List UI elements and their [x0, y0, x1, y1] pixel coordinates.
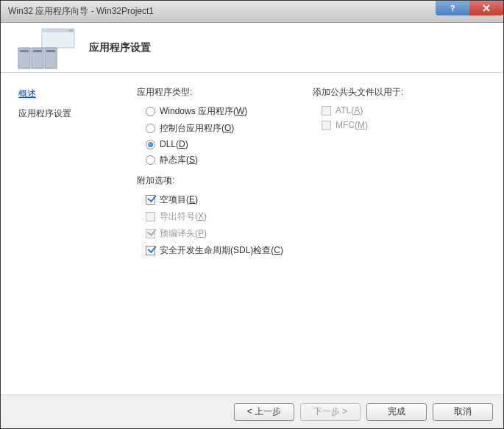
svg-point-4	[71, 29, 73, 31]
check-label: ATL(A)	[336, 105, 363, 116]
nav-overview[interactable]: 概述	[18, 88, 129, 100]
radio-static-lib[interactable]: 静态库(S)	[137, 152, 283, 169]
radio-icon	[146, 124, 155, 133]
col-left: 应用程序类型: Windows 应用程序(W) 控制台应用程序(O) DLL(D…	[137, 86, 283, 394]
radio-icon	[146, 107, 155, 116]
headers-label: 添加公共头文件以用于:	[313, 86, 403, 99]
check-empty-project[interactable]: 空项目(E)	[137, 191, 283, 208]
content: 应用程序类型: Windows 应用程序(W) 控制台应用程序(O) DLL(D…	[129, 73, 503, 394]
check-sdl[interactable]: 安全开发生命周期(SDL)检查(C)	[137, 242, 283, 259]
body: 概述 应用程序设置 应用程序类型: Windows 应用程序(W) 控制台应用程…	[1, 73, 503, 394]
check-label: 空项目(E)	[160, 194, 198, 206]
wizard-icon	[11, 26, 77, 70]
radio-label: 静态库(S)	[160, 154, 198, 166]
svg-rect-8	[20, 50, 29, 52]
footer: < 上一步 下一步 > 完成 取消	[1, 394, 503, 428]
extra-label: 附加选项:	[137, 174, 283, 187]
apptype-label: 应用程序类型:	[137, 86, 283, 99]
prev-button[interactable]: < 上一步	[234, 403, 294, 421]
wizard-window: Win32 应用程序向导 - Win32Project1 ?	[0, 0, 504, 429]
titlebar-controls: ?	[436, 1, 503, 15]
check-export-symbols: 导出符号(X)	[137, 208, 283, 225]
radio-dll[interactable]: DLL(D)	[137, 137, 283, 152]
check-label: 导出符号(X)	[160, 210, 207, 223]
window-title: Win32 应用程序向导 - Win32Project1	[8, 5, 154, 18]
svg-rect-9	[33, 50, 42, 52]
header: 应用程序设置	[1, 23, 503, 73]
check-label: 安全开发生命周期(SDL)检查(C)	[160, 244, 283, 257]
nav-sidebar: 概述 应用程序设置	[1, 73, 129, 394]
check-label: MFC(M)	[336, 120, 368, 130]
col-right: 添加公共头文件以用于: ATL(A) MFC(M)	[313, 86, 403, 394]
radio-icon	[146, 140, 155, 149]
check-precompiled-header: 预编译头(P)	[137, 225, 283, 242]
checkbox-icon	[146, 195, 155, 205]
check-mfc: MFC(M)	[313, 118, 403, 132]
radio-console-app[interactable]: 控制台应用程序(O)	[137, 120, 283, 137]
close-icon	[482, 4, 491, 13]
checkbox-icon	[322, 106, 331, 116]
cancel-button[interactable]: 取消	[433, 403, 493, 421]
radio-label: DLL(D)	[160, 139, 188, 149]
titlebar: Win32 应用程序向导 - Win32Project1 ?	[1, 1, 503, 23]
header-title: 应用程序设置	[89, 41, 151, 54]
help-icon: ?	[448, 4, 457, 13]
checkbox-icon	[146, 212, 155, 221]
nav-settings[interactable]: 应用程序设置	[18, 107, 129, 120]
radio-windows-app[interactable]: Windows 应用程序(W)	[137, 103, 283, 120]
radio-label: 控制台应用程序(O)	[160, 122, 234, 135]
checkbox-icon	[146, 246, 155, 255]
close-button[interactable]	[469, 1, 503, 15]
svg-point-3	[69, 29, 71, 31]
help-button[interactable]: ?	[436, 1, 469, 15]
checkbox-icon	[146, 229, 155, 238]
radio-icon	[146, 155, 155, 165]
check-label: 预编译头(P)	[160, 227, 207, 240]
svg-text:?: ?	[450, 4, 455, 13]
svg-rect-10	[46, 50, 55, 52]
checkbox-icon	[322, 121, 331, 130]
next-button: 下一步 >	[300, 403, 361, 421]
finish-button[interactable]: 完成	[366, 403, 427, 421]
check-atl: ATL(A)	[313, 103, 403, 118]
radio-label: Windows 应用程序(W)	[160, 105, 247, 118]
